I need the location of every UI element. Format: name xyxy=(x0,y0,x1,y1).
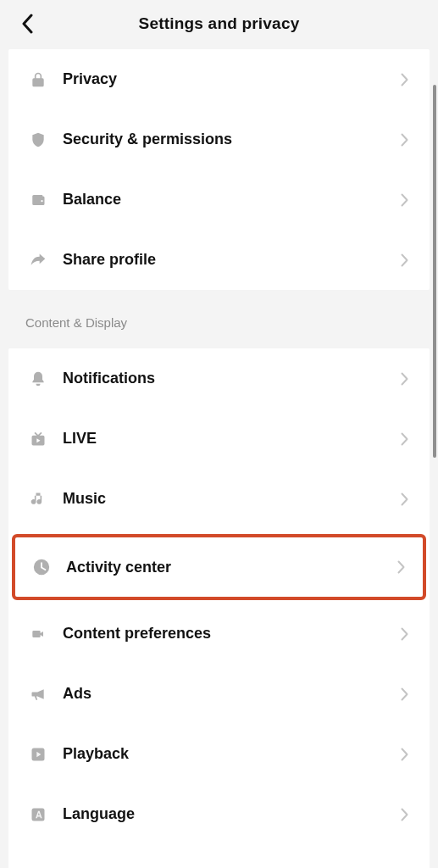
back-button[interactable] xyxy=(15,12,39,36)
chevron-right-icon xyxy=(397,748,411,761)
section-header-content-display: Content & Display xyxy=(0,290,438,348)
row-label: Share profile xyxy=(49,251,397,269)
chevron-right-icon xyxy=(397,687,411,701)
row-display[interactable]: Display xyxy=(8,844,430,868)
row-language[interactable]: Language xyxy=(8,784,430,844)
chevron-right-icon xyxy=(394,560,408,574)
megaphone-icon xyxy=(27,686,49,703)
settings-section-content-display: Notifications LIVE Music Activity center xyxy=(8,348,430,868)
row-playback[interactable]: Playback xyxy=(8,724,430,784)
chevron-right-icon xyxy=(397,808,411,821)
lock-icon xyxy=(27,71,49,88)
row-label: Music xyxy=(49,490,397,508)
row-ads[interactable]: Ads xyxy=(8,664,430,724)
row-label: Ads xyxy=(49,685,397,703)
music-note-icon xyxy=(27,491,49,508)
language-icon xyxy=(27,806,49,823)
tv-icon xyxy=(27,431,49,448)
row-label: Playback xyxy=(49,745,397,763)
row-content-preferences[interactable]: Content preferences xyxy=(8,604,430,664)
row-label: Activity center xyxy=(53,559,394,576)
row-music[interactable]: Music xyxy=(8,469,430,529)
row-label: Content preferences xyxy=(49,625,397,643)
row-label: Notifications xyxy=(49,370,397,387)
row-activity-center[interactable]: Activity center xyxy=(12,534,426,600)
chevron-right-icon xyxy=(397,627,411,641)
chevron-right-icon xyxy=(397,133,411,147)
header: Settings and privacy xyxy=(0,0,438,47)
row-security-permissions[interactable]: Security & permissions xyxy=(8,109,430,170)
chevron-right-icon xyxy=(397,253,411,267)
shield-icon xyxy=(27,131,49,149)
bell-icon xyxy=(27,370,49,388)
chevron-right-icon xyxy=(397,492,411,506)
share-icon xyxy=(27,252,49,269)
play-icon xyxy=(27,746,49,763)
scrollbar[interactable] xyxy=(433,85,436,458)
row-privacy[interactable]: Privacy xyxy=(8,49,430,109)
row-notifications[interactable]: Notifications xyxy=(8,348,430,409)
chevron-right-icon xyxy=(397,73,411,86)
settings-section-account: Privacy Security & permissions Balance S… xyxy=(8,49,430,290)
video-camera-icon xyxy=(27,627,49,641)
row-live[interactable]: LIVE xyxy=(8,409,430,469)
chevron-right-icon xyxy=(397,372,411,386)
chevron-right-icon xyxy=(397,432,411,446)
row-label: Privacy xyxy=(49,70,397,88)
row-label: Security & permissions xyxy=(49,131,397,148)
row-label: Language xyxy=(49,805,397,823)
row-share-profile[interactable]: Share profile xyxy=(8,230,430,290)
chevron-left-icon xyxy=(21,14,33,34)
row-label: Balance xyxy=(49,191,397,209)
chevron-right-icon xyxy=(397,193,411,207)
page-title: Settings and privacy xyxy=(139,14,300,33)
wallet-icon xyxy=(27,192,49,208)
row-balance[interactable]: Balance xyxy=(8,170,430,230)
row-label: LIVE xyxy=(49,430,397,448)
clock-icon xyxy=(30,558,53,576)
